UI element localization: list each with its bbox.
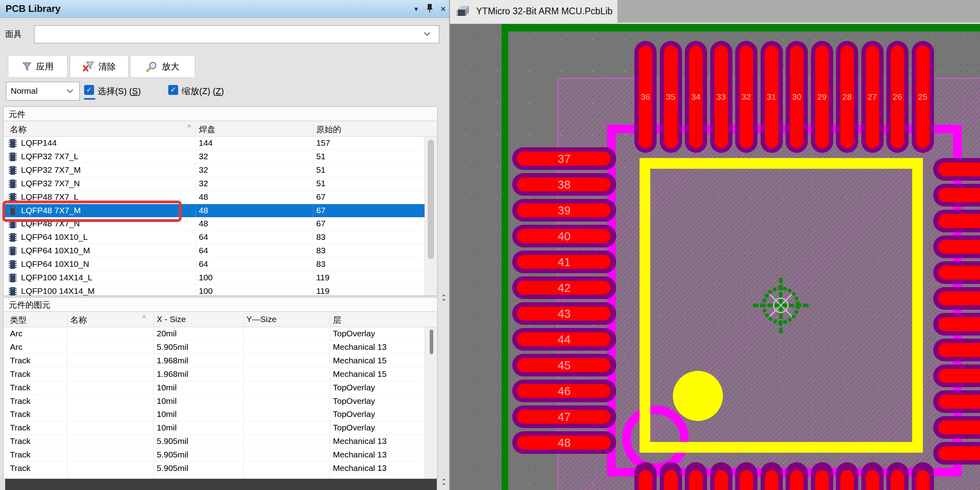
component-name: LQFP48 7X7_N: [21, 219, 80, 228]
scrollbar-thumb[interactable]: [428, 140, 434, 259]
component-row[interactable]: LQFP64 10X10_M6483: [4, 244, 425, 258]
select-checkbox[interactable]: ✓: [84, 85, 94, 95]
pad-copper[interactable]: [938, 266, 980, 280]
horizontal-scrollbar[interactable]: [5, 479, 437, 490]
pad-copper[interactable]: [938, 343, 980, 357]
component-row[interactable]: LQFP64 10X10_L6483: [4, 231, 425, 244]
component-row[interactable]: LQFP100 14X14_M100119: [4, 285, 425, 295]
chip-icon: [8, 286, 17, 295]
pin-icon[interactable]: [425, 4, 435, 14]
pad-number: 34: [685, 92, 707, 102]
primitives-section-header: 元件的图元: [4, 297, 437, 312]
panel-title: PCB Library: [6, 3, 61, 14]
zoom-checkbox[interactable]: ✓: [168, 85, 178, 95]
scrollbar-thumb[interactable]: [430, 330, 433, 354]
primitive-type: Track: [10, 423, 31, 432]
col-layer: 层: [333, 314, 341, 326]
board-outline-vertical[interactable]: [502, 24, 508, 490]
pad-number: 41: [512, 256, 616, 269]
board-outline-horizontal[interactable]: [502, 24, 980, 31]
focus-underline: [84, 98, 95, 100]
component-row[interactable]: LQFP48 7X7_N4867: [4, 217, 425, 231]
primitive-row[interactable]: Track10milTopOverlay: [4, 408, 425, 421]
pcb-editor-canvas[interactable]: 3635343332313029282726253738394041424344…: [450, 24, 980, 490]
panel-scroll-up-icon[interactable]: ⌃⌃: [438, 295, 449, 304]
components-column-header[interactable]: 名称 焊盘 原始的: [4, 121, 437, 137]
primitive-xsize: 1.968mil: [157, 356, 188, 365]
primitive-row[interactable]: Track5.905milMechanical 13: [4, 462, 425, 475]
pad-copper[interactable]: [938, 369, 980, 383]
component-pads: 48: [199, 192, 208, 202]
component-row[interactable]: LQFP32 7X7_L3251: [4, 150, 425, 164]
chip-icon: [8, 219, 17, 231]
pad-copper[interactable]: [866, 470, 879, 490]
panel-scroll-down-icon[interactable]: ⌃⌃: [438, 479, 449, 488]
panel-menu-icon[interactable]: ▼: [411, 4, 421, 14]
apply-button[interactable]: 应用: [8, 55, 67, 78]
pad-copper[interactable]: [938, 317, 980, 331]
pad-copper[interactable]: [740, 470, 753, 490]
mask-combo[interactable]: [34, 25, 439, 43]
silkscreen-pin1-dot[interactable]: [673, 371, 723, 421]
primitive-row[interactable]: Track10milTopOverlay: [4, 421, 425, 435]
pad-copper[interactable]: [891, 470, 904, 490]
primitive-row[interactable]: Track1.968milMechanical 15: [4, 354, 425, 368]
pad-copper[interactable]: [938, 240, 980, 254]
pad-copper[interactable]: [815, 470, 829, 490]
pad-copper[interactable]: [639, 470, 652, 490]
pad-copper[interactable]: [938, 214, 980, 228]
pad-copper[interactable]: [916, 470, 930, 490]
magnify-button[interactable]: 放大: [130, 55, 195, 78]
primitive-row[interactable]: Track10milTopOverlay: [4, 395, 425, 408]
component-pads: 144: [199, 138, 213, 148]
components-scrollbar[interactable]: [425, 137, 437, 295]
primitive-row[interactable]: Track5.905milMechanical 13: [4, 448, 425, 462]
pad-copper[interactable]: [938, 162, 980, 176]
pad-copper[interactable]: [938, 395, 980, 409]
primitive-row[interactable]: Track10milTopOverlay: [4, 381, 425, 395]
pad-copper[interactable]: [938, 188, 980, 202]
pad-copper[interactable]: [790, 470, 803, 490]
pad-copper[interactable]: [938, 421, 980, 434]
filter-mode-select[interactable]: Normal: [6, 82, 80, 100]
component-row[interactable]: LQFP64 10X10_N6483: [4, 258, 425, 271]
component-row[interactable]: LQFP144144157: [4, 137, 425, 150]
primitive-row[interactable]: Track5.905milMechanical 13: [4, 475, 425, 478]
close-icon[interactable]: ✕: [438, 4, 448, 14]
pad-copper[interactable]: [715, 470, 728, 490]
component-row[interactable]: LQFP32 7X7_N3251: [4, 177, 425, 191]
pad-copper[interactable]: [840, 470, 854, 490]
panel-titlebar[interactable]: PCB Library ▼ ✕: [0, 0, 449, 18]
component-pads: 100: [199, 273, 213, 282]
pad-number: 42: [512, 282, 616, 295]
component-row[interactable]: LQFP32 7X7_M3251: [4, 164, 425, 177]
primitive-xsize: 10mil: [157, 383, 177, 392]
pad-copper[interactable]: [664, 470, 678, 490]
component-row[interactable]: LQFP48 7X7_L4867: [4, 191, 425, 204]
primitive-row[interactable]: Arc5.905milMechanical 13: [4, 341, 425, 354]
primitive-row[interactable]: Track1.968milMechanical 15: [4, 368, 425, 381]
component-primitives: 67: [316, 192, 325, 202]
pad-copper[interactable]: [938, 291, 980, 305]
primitive-row[interactable]: Arc20milTopOverlay: [4, 327, 425, 341]
component-row[interactable]: LQFP48 7X7_M4867: [4, 204, 425, 218]
primitives-scrollbar[interactable]: [425, 327, 437, 478]
component-row[interactable]: LQFP100 14X14_L100119: [4, 271, 425, 285]
component-name: LQFP32 7X7_N: [21, 179, 80, 188]
primitive-row[interactable]: Track5.905milMechanical 13: [4, 435, 425, 448]
funnel-icon: [22, 62, 32, 72]
document-tabbar: YTMicro 32-Bit ARM MCU.PcbLib: [450, 0, 980, 23]
component-primitives: 83: [316, 259, 325, 269]
pad-copper[interactable]: [938, 446, 980, 460]
primitives-column-header[interactable]: 类型 名称 X - Size Y—Size 层: [4, 312, 437, 327]
pad-copper[interactable]: [765, 470, 778, 490]
component-primitives: 119: [316, 286, 329, 295]
tab-pcblib-document[interactable]: YTMicro 32-Bit ARM MCU.PcbLib: [450, 0, 617, 23]
pad-copper[interactable]: [689, 470, 703, 490]
primitive-xsize: 10mil: [157, 396, 177, 406]
col-prims: 原始的: [316, 124, 341, 135]
component-primitives: 67: [316, 219, 325, 228]
clear-button[interactable]: 清除: [70, 55, 129, 78]
component-name: LQFP32 7X7_M: [21, 165, 81, 175]
component-name: LQFP64 10X10_L: [21, 232, 88, 242]
